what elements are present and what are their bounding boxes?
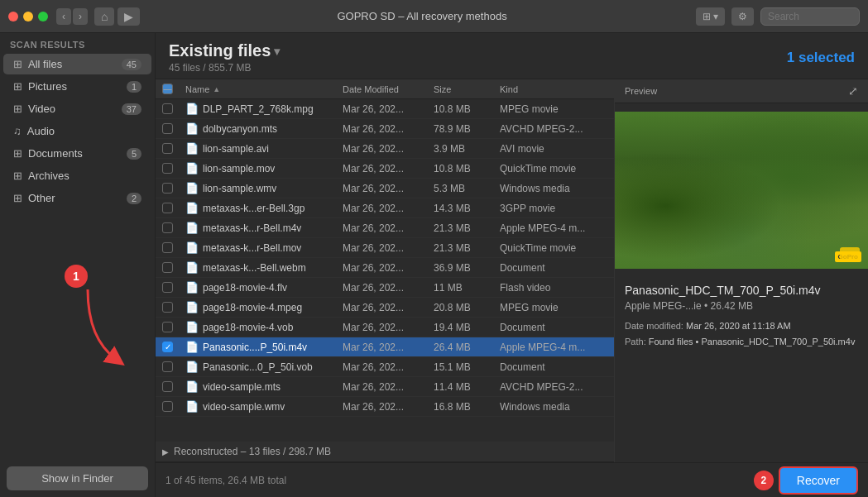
row-name: 📄 dolbycanyon.mts: [185, 122, 343, 135]
row-checkbox[interactable]: [162, 222, 173, 233]
table-row[interactable]: 📄 metaxas-k...er-Bell.3gp Mar 26, 202...…: [156, 198, 614, 218]
table-row[interactable]: ✓ 📄 Panasonic....P_50i.m4v Mar 26, 202..…: [156, 337, 614, 357]
row-checkbox[interactable]: [162, 103, 173, 114]
maximize-button[interactable]: [38, 12, 48, 22]
table-row[interactable]: 📄 DLP_PART_2_768k.mpg Mar 26, 202... 10.…: [156, 99, 614, 119]
row-check: [162, 381, 185, 392]
header-check-col: —: [162, 84, 185, 94]
row-name: 📄 metaxas-k...r-Bell.m4v: [185, 222, 343, 234]
header-size-col[interactable]: Size: [434, 84, 500, 94]
annotation-arrow-1: [79, 289, 129, 372]
sidebar-all-files-label: All files: [28, 58, 62, 70]
row-check: [162, 143, 185, 154]
table-row[interactable]: 📄 lion-sample.wmv Mar 26, 202... 5.3 MB …: [156, 179, 614, 198]
row-checkbox[interactable]: [162, 361, 173, 372]
home-button[interactable]: ⌂: [94, 7, 114, 26]
row-name-text: metaxas-k...r-Bell.mov: [203, 242, 301, 254]
table-row[interactable]: 📄 metaxas-k...-Bell.webm Mar 26, 202... …: [156, 258, 614, 278]
row-checkbox[interactable]: [162, 322, 173, 332]
table-row[interactable]: 📄 page18-movie-4.flv Mar 26, 202... 11 M…: [156, 278, 614, 298]
sidebar-item-pictures[interactable]: ⊞ Pictures 1: [3, 76, 151, 97]
table-row[interactable]: 📄 metaxas-k...r-Bell.mov Mar 26, 202... …: [156, 238, 614, 258]
sidebar-section-label: Scan results: [0, 33, 155, 53]
row-checkbox[interactable]: [162, 262, 173, 273]
expand-icon[interactable]: ⤢: [848, 84, 858, 98]
row-name: 📄 lion-sample.avi: [185, 142, 343, 155]
row-date: Mar 26, 202...: [343, 401, 434, 413]
row-name-text: Panasonic...0_P_50i.vob: [203, 361, 313, 373]
sidebar-item-documents[interactable]: ⊞ Documents 5: [3, 143, 151, 164]
row-name: 📄 DLP_PART_2_768k.mpg: [185, 103, 343, 115]
file-icon: 📄: [185, 261, 199, 274]
header-date-col[interactable]: Date Modified: [343, 84, 434, 94]
row-check: [162, 203, 185, 213]
header-name-col[interactable]: Name ▲: [185, 84, 343, 94]
table-row[interactable]: 📄 lion-sample.avi Mar 26, 202... 3.9 MB …: [156, 139, 614, 159]
row-checkbox[interactable]: [162, 143, 173, 154]
table-row[interactable]: 📄 page18-movie-4.vob Mar 26, 202... 19.4…: [156, 318, 614, 337]
table-row[interactable]: 📄 metaxas-k...r-Bell.m4v Mar 26, 202... …: [156, 218, 614, 238]
close-button[interactable]: [8, 12, 18, 22]
row-size: 10.8 MB: [434, 163, 500, 174]
existing-files-label: Existing files: [169, 41, 271, 60]
file-list-panel: — Name ▲ Date Modified Size Kind: [156, 79, 615, 462]
sidebar-item-other[interactable]: ⊞ Other 2: [3, 188, 151, 208]
group-collapse-icon: ▶: [162, 447, 169, 456]
reconstructed-group-row[interactable]: ▶ Reconstructed – 13 files / 298.7 MB: [156, 442, 614, 462]
table-row[interactable]: 📄 video-sample.wmv Mar 26, 202... 16.8 M…: [156, 397, 614, 417]
audio-icon: ♫: [13, 125, 22, 137]
sidebar-item-all-files[interactable]: ⊞ All files 45: [3, 54, 151, 74]
row-checkbox[interactable]: [162, 123, 173, 134]
file-rows: 📄 DLP_PART_2_768k.mpg Mar 26, 202... 10.…: [156, 99, 614, 442]
file-icon: 📄: [185, 222, 199, 234]
play-button[interactable]: ▶: [117, 7, 140, 26]
row-checkbox[interactable]: [162, 302, 173, 313]
row-kind: AVCHD MPEG-2...: [500, 381, 607, 393]
sidebar-other-label: Other: [28, 192, 55, 204]
sidebar-item-archives[interactable]: ⊞ Archives: [3, 165, 151, 186]
sidebar-pictures-count: 1: [127, 81, 141, 93]
table-row[interactable]: 📄 dolbycanyon.mts Mar 26, 202... 78.9 MB…: [156, 119, 614, 139]
table-row[interactable]: 📄 video-sample.mts Mar 26, 202... 11.4 M…: [156, 377, 614, 397]
view-button[interactable]: ⊞ ▾: [696, 7, 725, 26]
preview-meta: Date modified: Mar 26, 2020 at 11:18 AM …: [625, 318, 858, 349]
existing-files-title[interactable]: Existing files ▾: [169, 41, 280, 60]
forward-button[interactable]: ›: [73, 8, 88, 25]
row-checkbox[interactable]: [162, 183, 173, 194]
filter-button[interactable]: ⚙: [731, 7, 754, 26]
select-all-checkbox[interactable]: —: [162, 84, 173, 94]
row-size: 19.4 MB: [434, 322, 500, 333]
row-checkbox[interactable]: [162, 381, 173, 392]
file-icon: 📄: [185, 301, 199, 313]
row-checkbox[interactable]: [162, 203, 173, 213]
table-row[interactable]: 📄 page18-movie-4.mpeg Mar 26, 202... 20.…: [156, 298, 614, 318]
row-kind: Apple MPEG-4 m...: [500, 222, 607, 234]
row-check: [162, 183, 185, 194]
show-in-finder-button[interactable]: Show in Finder: [7, 466, 148, 490]
sidebar-item-video[interactable]: ⊞ Video 37: [3, 98, 151, 119]
sidebar-video-count: 37: [122, 103, 141, 115]
recover-button[interactable]: Recover: [779, 466, 858, 495]
table-row[interactable]: 📄 Panasonic...0_P_50i.vob Mar 26, 202...…: [156, 357, 614, 377]
row-kind: AVI movie: [500, 143, 607, 155]
row-checkbox[interactable]: [162, 163, 173, 174]
row-kind: 3GPP movie: [500, 203, 607, 214]
header-kind-col[interactable]: Kind: [500, 84, 607, 94]
sidebar-audio-label: Audio: [27, 125, 55, 137]
file-count-info: 45 files / 855.7 MB: [169, 62, 280, 74]
row-date: Mar 26, 202...: [343, 183, 434, 194]
row-checkbox[interactable]: [162, 401, 173, 412]
sidebar-item-audio[interactable]: ♫ Audio: [3, 121, 151, 141]
watermark: GoPro: [835, 251, 861, 262]
row-checkbox[interactable]: ✓: [162, 342, 173, 352]
back-button[interactable]: ‹: [56, 8, 71, 25]
table-row[interactable]: 📄 lion-sample.mov Mar 26, 202... 10.8 MB…: [156, 159, 614, 179]
search-input[interactable]: [760, 7, 860, 26]
row-checkbox[interactable]: [162, 282, 173, 293]
file-icon: 📄: [185, 162, 199, 174]
row-name-text: dolbycanyon.mts: [203, 123, 277, 135]
minimize-button[interactable]: [23, 12, 33, 22]
window-title: GOPRO SD – All recovery methods: [148, 10, 695, 22]
recover-btn-wrap: 2 Recover: [754, 466, 858, 495]
row-checkbox[interactable]: [162, 242, 173, 253]
